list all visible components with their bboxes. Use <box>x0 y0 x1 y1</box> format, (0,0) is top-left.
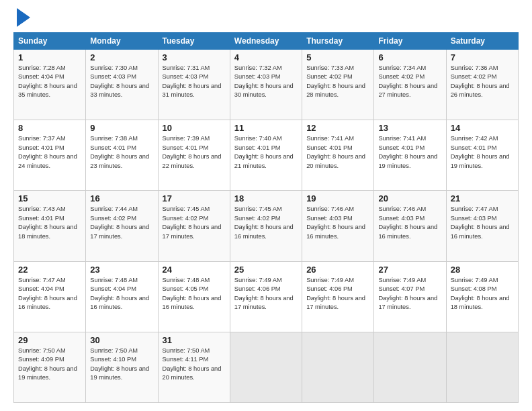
day-number: 3 <box>163 52 226 62</box>
calendar-day-cell: 24 Sunrise: 7:48 AMSunset: 4:05 PMDaylig… <box>158 261 230 332</box>
calendar-day-cell: 11 Sunrise: 7:40 AMSunset: 4:01 PMDaylig… <box>230 120 302 191</box>
day-info: Sunrise: 7:36 AMSunset: 4:02 PMDaylight:… <box>451 64 510 98</box>
day-info: Sunrise: 7:44 AMSunset: 4:02 PMDaylight:… <box>90 205 149 239</box>
calendar-week-row: 22 Sunrise: 7:47 AMSunset: 4:04 PMDaylig… <box>14 261 519 332</box>
day-info: Sunrise: 7:41 AMSunset: 4:01 PMDaylight:… <box>306 135 365 169</box>
calendar-day-cell: 6 Sunrise: 7:34 AMSunset: 4:02 PMDayligh… <box>374 50 446 120</box>
day-number: 30 <box>90 335 153 345</box>
day-number: 13 <box>378 123 441 133</box>
calendar-day-cell: 21 Sunrise: 7:47 AMSunset: 4:03 PMDaylig… <box>446 191 518 261</box>
calendar-day-cell: 3 Sunrise: 7:31 AMSunset: 4:03 PMDayligh… <box>158 50 230 120</box>
day-info: Sunrise: 7:39 AMSunset: 4:01 PMDaylight:… <box>163 135 222 169</box>
day-number: 10 <box>163 123 226 133</box>
day-info: Sunrise: 7:45 AMSunset: 4:02 PMDaylight:… <box>234 205 294 239</box>
calendar-day-cell: 17 Sunrise: 7:45 AMSunset: 4:02 PMDaylig… <box>158 191 230 261</box>
day-info: Sunrise: 7:32 AMSunset: 4:03 PMDaylight:… <box>234 64 294 98</box>
calendar-week-row: 29 Sunrise: 7:50 AMSunset: 4:09 PMDaylig… <box>14 332 519 402</box>
calendar-day-cell: 10 Sunrise: 7:39 AMSunset: 4:01 PMDaylig… <box>158 120 230 191</box>
day-info: Sunrise: 7:48 AMSunset: 4:04 PMDaylight:… <box>90 277 149 310</box>
day-number: 6 <box>378 52 441 62</box>
day-info: Sunrise: 7:49 AMSunset: 4:08 PMDaylight:… <box>451 277 510 310</box>
day-number: 28 <box>451 265 514 275</box>
day-number: 14 <box>451 123 514 133</box>
header <box>13 11 519 27</box>
day-number: 16 <box>90 193 153 203</box>
calendar-week-row: 8 Sunrise: 7:37 AMSunset: 4:01 PMDayligh… <box>14 120 519 191</box>
day-info: Sunrise: 7:50 AMSunset: 4:09 PMDaylight:… <box>18 347 77 381</box>
calendar-day-cell <box>374 332 446 402</box>
calendar-day-cell: 22 Sunrise: 7:47 AMSunset: 4:04 PMDaylig… <box>14 261 86 332</box>
calendar-day-cell: 23 Sunrise: 7:48 AMSunset: 4:04 PMDaylig… <box>86 261 158 332</box>
calendar-day-cell: 2 Sunrise: 7:30 AMSunset: 4:03 PMDayligh… <box>86 50 158 120</box>
calendar-day-cell: 31 Sunrise: 7:50 AMSunset: 4:11 PMDaylig… <box>158 332 230 402</box>
day-number: 8 <box>18 123 81 133</box>
day-info: Sunrise: 7:41 AMSunset: 4:01 PMDaylight:… <box>378 135 437 169</box>
day-info: Sunrise: 7:37 AMSunset: 4:01 PMDaylight:… <box>18 135 77 169</box>
day-info: Sunrise: 7:33 AMSunset: 4:02 PMDaylight:… <box>306 64 365 98</box>
calendar-day-cell: 12 Sunrise: 7:41 AMSunset: 4:01 PMDaylig… <box>302 120 374 191</box>
calendar-week-row: 15 Sunrise: 7:43 AMSunset: 4:01 PMDaylig… <box>14 191 519 261</box>
day-info: Sunrise: 7:30 AMSunset: 4:03 PMDaylight:… <box>90 64 149 98</box>
day-info: Sunrise: 7:46 AMSunset: 4:03 PMDaylight:… <box>378 205 437 239</box>
day-number: 12 <box>306 123 369 133</box>
day-info: Sunrise: 7:34 AMSunset: 4:02 PMDaylight:… <box>378 64 437 98</box>
day-number: 15 <box>18 193 81 203</box>
calendar-day-cell: 14 Sunrise: 7:42 AMSunset: 4:01 PMDaylig… <box>446 120 518 191</box>
day-number: 18 <box>234 193 298 203</box>
calendar-week-row: 1 Sunrise: 7:28 AMSunset: 4:04 PMDayligh… <box>14 50 519 120</box>
calendar-day-cell <box>230 332 302 402</box>
day-info: Sunrise: 7:28 AMSunset: 4:04 PMDaylight:… <box>18 64 77 98</box>
weekday-header: Saturday <box>446 33 518 50</box>
svg-marker-0 <box>17 8 30 27</box>
day-info: Sunrise: 7:46 AMSunset: 4:03 PMDaylight:… <box>306 205 365 239</box>
day-info: Sunrise: 7:49 AMSunset: 4:07 PMDaylight:… <box>378 277 437 310</box>
day-number: 25 <box>234 265 298 275</box>
day-info: Sunrise: 7:49 AMSunset: 4:06 PMDaylight:… <box>234 277 294 310</box>
day-number: 19 <box>306 193 369 203</box>
calendar-day-cell: 7 Sunrise: 7:36 AMSunset: 4:02 PMDayligh… <box>446 50 518 120</box>
day-number: 22 <box>18 265 81 275</box>
day-info: Sunrise: 7:50 AMSunset: 4:11 PMDaylight:… <box>163 347 222 381</box>
day-info: Sunrise: 7:47 AMSunset: 4:04 PMDaylight:… <box>18 277 77 310</box>
weekday-header: Sunday <box>14 33 86 50</box>
day-info: Sunrise: 7:49 AMSunset: 4:06 PMDaylight:… <box>306 277 365 310</box>
calendar-day-cell: 4 Sunrise: 7:32 AMSunset: 4:03 PMDayligh… <box>230 50 302 120</box>
weekday-header: Monday <box>86 33 158 50</box>
calendar-day-cell: 16 Sunrise: 7:44 AMSunset: 4:02 PMDaylig… <box>86 191 158 261</box>
day-info: Sunrise: 7:31 AMSunset: 4:03 PMDaylight:… <box>163 64 222 98</box>
calendar-day-cell <box>302 332 374 402</box>
day-info: Sunrise: 7:45 AMSunset: 4:02 PMDaylight:… <box>163 205 222 239</box>
calendar-day-cell: 29 Sunrise: 7:50 AMSunset: 4:09 PMDaylig… <box>14 332 86 402</box>
calendar-day-cell: 30 Sunrise: 7:50 AMSunset: 4:10 PMDaylig… <box>86 332 158 402</box>
day-info: Sunrise: 7:38 AMSunset: 4:01 PMDaylight:… <box>90 135 149 169</box>
day-number: 24 <box>163 265 226 275</box>
day-number: 7 <box>451 52 514 62</box>
calendar-day-cell: 1 Sunrise: 7:28 AMSunset: 4:04 PMDayligh… <box>14 50 86 120</box>
day-number: 20 <box>378 193 441 203</box>
day-number: 26 <box>306 265 369 275</box>
day-number: 1 <box>18 52 81 62</box>
day-number: 4 <box>234 52 298 62</box>
day-info: Sunrise: 7:43 AMSunset: 4:01 PMDaylight:… <box>18 205 77 239</box>
calendar-table: SundayMondayTuesdayWednesdayThursdayFrid… <box>13 32 519 403</box>
calendar-day-cell: 28 Sunrise: 7:49 AMSunset: 4:08 PMDaylig… <box>446 261 518 332</box>
day-number: 23 <box>90 265 153 275</box>
day-number: 2 <box>90 52 153 62</box>
calendar-day-cell: 9 Sunrise: 7:38 AMSunset: 4:01 PMDayligh… <box>86 120 158 191</box>
weekday-header: Wednesday <box>230 33 302 50</box>
logo <box>13 11 30 27</box>
weekday-header: Tuesday <box>158 33 230 50</box>
day-number: 11 <box>234 123 298 133</box>
day-number: 31 <box>163 335 226 345</box>
weekday-header: Friday <box>374 33 446 50</box>
weekday-header: Thursday <box>302 33 374 50</box>
calendar-day-cell: 5 Sunrise: 7:33 AMSunset: 4:02 PMDayligh… <box>302 50 374 120</box>
day-number: 21 <box>451 193 514 203</box>
day-number: 5 <box>306 52 369 62</box>
calendar-day-cell: 13 Sunrise: 7:41 AMSunset: 4:01 PMDaylig… <box>374 120 446 191</box>
calendar-day-cell <box>446 332 518 402</box>
logo-icon <box>15 8 30 27</box>
calendar-day-cell: 18 Sunrise: 7:45 AMSunset: 4:02 PMDaylig… <box>230 191 302 261</box>
day-number: 27 <box>378 265 441 275</box>
calendar-day-cell: 27 Sunrise: 7:49 AMSunset: 4:07 PMDaylig… <box>374 261 446 332</box>
